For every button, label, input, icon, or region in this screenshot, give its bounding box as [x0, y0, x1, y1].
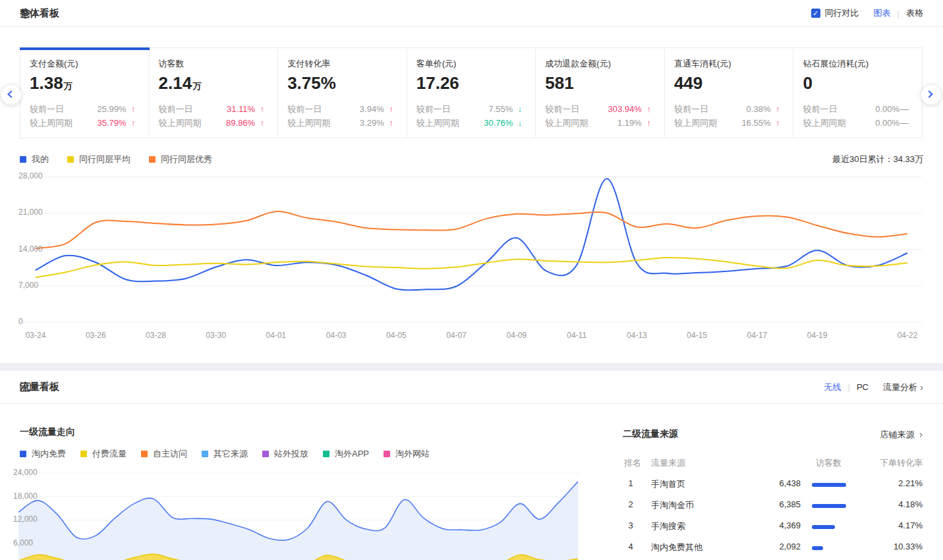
- overview-panel: 整体看板 ✓ 同行对比 图表 | 表格 支付金额(元)1.38万较前一日25.9…: [0, 0, 943, 363]
- legend-item[interactable]: 淘内免费: [20, 448, 66, 460]
- metric-compare-row: 较上周同期89.86%↑: [159, 116, 265, 130]
- legend-swatch: [20, 156, 26, 163]
- overview-header: 整体看板 ✓ 同行对比 图表 | 表格: [0, 0, 943, 27]
- sources-table-header: 排名 流量来源 访客数 下单转化率: [623, 457, 923, 469]
- metric-card[interactable]: 支付金额(元)1.38万较前一日25.99%↑较上周同期35.79%↑: [20, 48, 150, 138]
- legend-item[interactable]: 淘外APP: [323, 448, 369, 460]
- rank-cell: 4: [624, 542, 637, 551]
- legend-item[interactable]: 站外投放: [262, 448, 308, 460]
- metric-card[interactable]: 客单价(元)17.26较前一日7.55%↓较上周同期30.76%↓: [407, 48, 536, 138]
- x-axis-label: 04-03: [316, 331, 356, 340]
- metric-label: 访客数: [159, 58, 278, 70]
- metric-card[interactable]: 钻石展位消耗(元)0较前一日0.00%—较上周同期0.00%—: [793, 48, 922, 138]
- compare-label: 较前一日: [803, 103, 837, 115]
- metric-compare-row: 较前一日25.99%↑: [30, 102, 136, 116]
- metric-card[interactable]: 访客数2.14万较前一日31.11%↑较上周同期89.86%↑: [150, 48, 279, 138]
- compare-label: 较前一日: [545, 103, 579, 115]
- compare-value: 7.55%: [488, 104, 513, 114]
- legend-label: 自主访问: [153, 448, 187, 460]
- metric-compare-rows: 较前一日31.11%↑较上周同期89.86%↑: [159, 102, 278, 130]
- peer-compare-checkbox[interactable]: ✓: [811, 9, 820, 18]
- legend-item[interactable]: 付费流量: [80, 448, 127, 460]
- visitors-cell: 6,385: [748, 499, 801, 509]
- metric-label: 支付转化率: [287, 58, 407, 70]
- source-cell[interactable]: 手淘首页: [651, 478, 685, 490]
- shop-sources-label[interactable]: 店铺来源: [880, 430, 914, 439]
- legend-item[interactable]: 淘外网站: [384, 448, 430, 460]
- y-axis-label: 6,000: [13, 538, 33, 547]
- view-table-toggle[interactable]: 表格: [906, 7, 923, 19]
- main-chart-legend: 我的同行同层平均同行同层优秀: [20, 154, 231, 165]
- legend-swatch: [323, 451, 329, 457]
- compare-value: 89.86%: [226, 118, 255, 128]
- metric-compare-row: 较上周同期3.29%↑: [287, 116, 393, 130]
- x-axis-label: 04-17: [737, 331, 777, 340]
- compare-value: 35.79%: [97, 118, 126, 128]
- traffic-title-wrap: 流量看板: [20, 371, 59, 403]
- compare-label: 较前一日: [30, 103, 64, 115]
- tab-wireless[interactable]: 无线: [824, 381, 842, 393]
- cards-prev-button[interactable]: [1, 85, 21, 105]
- col-visitors: 访客数: [816, 457, 842, 469]
- legend-swatch: [67, 156, 74, 163]
- x-axis-label: 04-09: [497, 331, 536, 340]
- table-row: 4淘内免费其他2,09210.33%: [623, 542, 923, 555]
- col-rank: 排名: [624, 457, 641, 469]
- metric-compare-rows: 较前一日303.94%↑较上周同期1.19%↑: [545, 102, 664, 130]
- metric-label: 钻石展位消耗(元): [803, 58, 922, 70]
- compare-value: 1.19%: [617, 118, 642, 128]
- x-axis-label: 04-11: [557, 331, 596, 340]
- sources-title: 二级流量来源: [623, 428, 923, 440]
- legend-item[interactable]: 同行同层优秀: [149, 154, 212, 165]
- source-cell[interactable]: 淘内免费其他: [651, 542, 702, 553]
- series-同行同层平均: [36, 258, 907, 277]
- conversion-cell: 10.33%: [863, 542, 923, 551]
- legend-item[interactable]: 其它来源: [202, 448, 248, 460]
- first-level-trend-title: 一级流量走向: [20, 426, 75, 438]
- legend-item[interactable]: 自主访问: [141, 448, 187, 460]
- table-row: 1手淘首页6,4382.21%: [623, 478, 923, 491]
- line-chart-icon: [20, 381, 31, 393]
- legend-label: 付费流量: [92, 448, 127, 460]
- source-cell[interactable]: 手淘淘金币: [651, 499, 694, 511]
- metric-label: 成功退款金额(元): [545, 58, 664, 70]
- up-arrow-icon: ↑: [642, 104, 651, 114]
- y-axis-label: 7,000: [18, 281, 38, 290]
- x-axis-label: 04-15: [677, 331, 717, 340]
- shop-sources-link[interactable]: 店铺来源 ›: [880, 428, 923, 441]
- x-axis-label: 03-26: [76, 331, 115, 340]
- x-axis-label: 04-13: [617, 331, 656, 340]
- up-arrow-icon: ↑: [770, 118, 780, 128]
- compare-label: 较上周同期: [30, 117, 72, 129]
- tab-pc[interactable]: PC: [857, 382, 869, 392]
- col-source: 流量来源: [651, 457, 685, 469]
- traffic-analysis-link[interactable]: 流量分析: [883, 381, 917, 393]
- legend-item[interactable]: 同行同层平均: [67, 154, 130, 165]
- compare-value: 0.00%: [875, 118, 900, 128]
- table-row: 3手淘搜索4,3694.17%: [623, 520, 923, 534]
- view-chart-toggle[interactable]: 图表: [874, 7, 891, 19]
- y-axis-label: 21,000: [18, 208, 43, 217]
- metric-value: 3.75%: [287, 73, 407, 94]
- cards-next-button[interactable]: [921, 85, 941, 105]
- layers-icon: [20, 8, 31, 19]
- metric-label: 客单价(元): [416, 58, 536, 70]
- legend-item[interactable]: 我的: [20, 154, 49, 165]
- source-cell[interactable]: 手淘搜索: [651, 520, 685, 532]
- metric-card[interactable]: 直通车消耗(元)449较前一日0.38%↑较上周同期16.55%↑: [665, 48, 794, 138]
- peer-compare-label[interactable]: 同行对比: [825, 7, 859, 19]
- metric-card[interactable]: 成功退款金额(元)581较前一日303.94%↑较上周同期1.19%↑: [536, 48, 665, 138]
- metric-compare-row: 较上周同期1.19%↑: [545, 116, 651, 130]
- visitors-bar: [812, 483, 846, 487]
- metric-compare-row: 较上周同期30.76%↓: [416, 116, 523, 130]
- metric-compare-row: 较上周同期0.00%—: [803, 116, 909, 130]
- compare-label: 较上周同期: [803, 117, 845, 129]
- legend-label: 其它来源: [214, 448, 248, 460]
- x-axis-label: 04-05: [376, 331, 416, 340]
- compare-label: 较前一日: [416, 103, 451, 115]
- visitors-cell: 2,092: [748, 542, 801, 551]
- compare-label: 较前一日: [287, 103, 322, 115]
- metric-card[interactable]: 支付转化率3.75%较前一日3.94%↑较上周同期3.29%↑: [278, 48, 407, 138]
- legend-label: 淘内免费: [32, 448, 66, 460]
- rank-cell: 2: [624, 499, 637, 509]
